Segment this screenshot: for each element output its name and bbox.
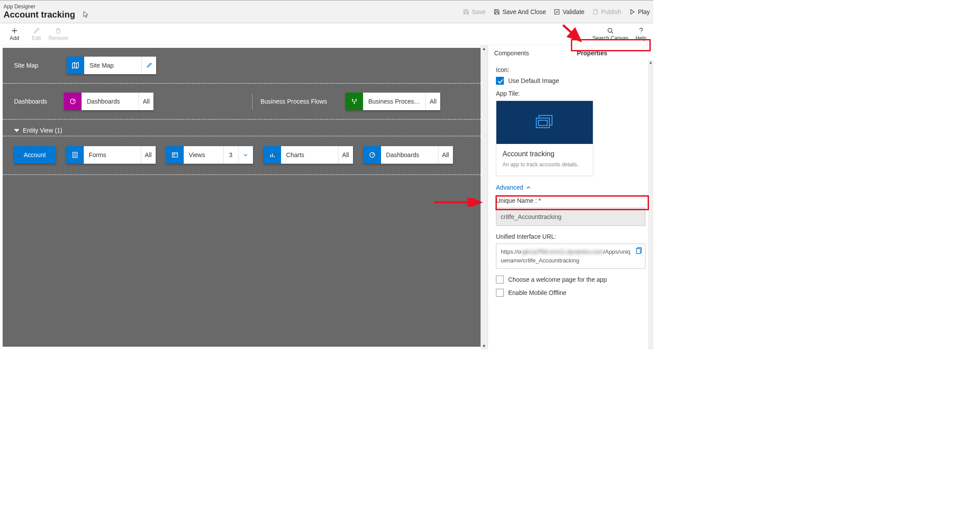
url-box: https://orgfc1a7f5d.crm11.dynamics.com/A… — [496, 244, 645, 269]
tile-description: An app to track accounts details. — [502, 162, 587, 168]
forms-card[interactable]: Forms All — [66, 146, 156, 164]
save-close-icon — [494, 9, 500, 15]
search-icon — [607, 27, 614, 34]
scroll-up-icon[interactable]: ▲ — [482, 46, 486, 51]
copy-url-button[interactable] — [634, 247, 642, 255]
use-default-image-checkbox[interactable] — [496, 77, 504, 85]
sitemap-label: Site Map — [14, 62, 67, 69]
dashboard-icon — [64, 93, 82, 110]
views-count[interactable]: 3 — [223, 146, 238, 164]
validate-button[interactable]: Validate — [554, 8, 584, 15]
add-button[interactable]: Add — [4, 27, 25, 41]
sitemap-card[interactable]: Site Map — [67, 57, 156, 74]
edit-icon — [33, 27, 40, 34]
remove-button: Remove — [47, 27, 69, 41]
forms-label: Forms — [84, 146, 141, 164]
chevron-up-icon — [526, 185, 531, 190]
enable-offline-checkbox[interactable] — [496, 289, 504, 297]
publish-icon — [592, 9, 599, 15]
use-default-image-label: Use Default Image — [508, 77, 559, 84]
help-icon — [638, 27, 645, 34]
add-icon — [11, 27, 18, 34]
svg-rect-0 — [555, 9, 559, 14]
app-tile-label: App Tile: — [496, 90, 645, 97]
play-button[interactable]: Play — [629, 8, 650, 15]
save-button: Save — [463, 8, 486, 15]
tab-components[interactable]: Components — [488, 45, 571, 61]
copy-icon — [634, 247, 642, 255]
entity-button-account[interactable]: Account — [14, 146, 56, 164]
enable-offline-label: Enable Mobile Offline — [508, 289, 567, 296]
dashboards-label: Dashboards — [14, 98, 58, 105]
welcome-page-label: Choose a welcome page for the app — [508, 276, 607, 283]
tab-properties[interactable]: Properties — [571, 45, 654, 61]
edit-button: Edit — [25, 27, 47, 41]
entity-dashboards-label: Dashboards — [381, 146, 438, 164]
side-panel: Components Properties Icon: Use Default … — [488, 45, 653, 349]
svg-point-1 — [608, 28, 612, 32]
app-tile-preview: Account tracking An app to track account… — [496, 100, 593, 176]
top-bar: App Designer Account tracking Save Save … — [0, 0, 653, 23]
toolbar: Add Edit Remove Search Canvas Help — [0, 23, 653, 45]
search-canvas-button[interactable]: Search Canvas — [589, 27, 632, 41]
bpf-card[interactable]: Business Proces… All — [346, 93, 440, 110]
bpf-count[interactable]: All — [425, 93, 440, 110]
views-icon — [166, 146, 184, 164]
form-icon — [66, 146, 84, 164]
charts-count[interactable]: All — [338, 146, 353, 164]
app-tile-image — [496, 101, 593, 144]
sitemap-edit-icon[interactable] — [141, 57, 156, 74]
entity-dashboards-count[interactable]: All — [438, 146, 453, 164]
views-dropdown-icon[interactable] — [238, 146, 253, 164]
sitemap-icon — [67, 57, 84, 74]
play-icon — [629, 9, 635, 15]
url-label: Unified Interface URL: — [496, 233, 645, 240]
views-card[interactable]: Views 3 — [166, 146, 253, 164]
chart-icon — [264, 146, 281, 164]
bpf-card-label: Business Proces… — [363, 93, 425, 110]
publish-button: Publish — [592, 8, 621, 15]
svg-rect-8 — [172, 153, 178, 157]
help-button[interactable]: Help — [632, 27, 650, 41]
dashboards-card-label: Dashboards — [82, 93, 139, 110]
svg-rect-13 — [637, 249, 641, 254]
entity-dashboard-icon — [363, 146, 381, 164]
panel-scrollbar[interactable]: ▲ — [648, 60, 653, 349]
designer-canvas[interactable]: Site Map Site Map D — [3, 48, 481, 347]
canvas-scrollbar[interactable]: ▲ ▼ — [481, 45, 488, 349]
unique-name-field — [496, 208, 645, 226]
bpf-label: Business Process Flows — [260, 98, 339, 105]
tile-name: Account tracking — [502, 150, 587, 158]
charts-label: Charts — [281, 146, 338, 164]
welcome-page-checkbox[interactable] — [496, 276, 504, 284]
title-block: App Designer Account tracking — [4, 4, 463, 20]
page-subtitle: App Designer — [4, 4, 463, 10]
sitemap-row: Site Map Site Map — [3, 48, 481, 84]
remove-icon — [55, 27, 62, 34]
flow-icon — [346, 93, 363, 110]
entity-view-toggle[interactable]: Entity View (1) — [3, 120, 481, 136]
dashboards-bpf-row: Dashboards Dashboards All Busi — [3, 84, 481, 120]
svg-point-2 — [641, 32, 641, 33]
entity-row-account: Account Forms All Views 3 — [3, 136, 481, 175]
charts-card[interactable]: Charts All — [264, 146, 353, 164]
chevron-down-icon — [14, 129, 19, 132]
svg-point-6 — [353, 102, 355, 104]
views-label: Views — [184, 146, 223, 164]
advanced-toggle[interactable]: Advanced — [496, 184, 531, 191]
dashboards-count[interactable]: All — [139, 93, 153, 110]
dashboards-card[interactable]: Dashboards All — [64, 93, 153, 110]
unique-name-label: Unique Name : * — [496, 197, 645, 204]
icon-section-label: Icon: — [496, 66, 645, 73]
page-title: Account tracking — [4, 10, 463, 20]
save-and-close-button[interactable]: Save And Close — [494, 8, 546, 15]
entity-dashboards-card[interactable]: Dashboards All — [363, 146, 453, 164]
validate-icon — [554, 9, 560, 15]
forms-count[interactable]: All — [141, 146, 156, 164]
save-icon — [463, 9, 469, 15]
scroll-down-icon[interactable]: ▼ — [482, 344, 486, 348]
sitemap-card-label: Site Map — [84, 57, 141, 74]
